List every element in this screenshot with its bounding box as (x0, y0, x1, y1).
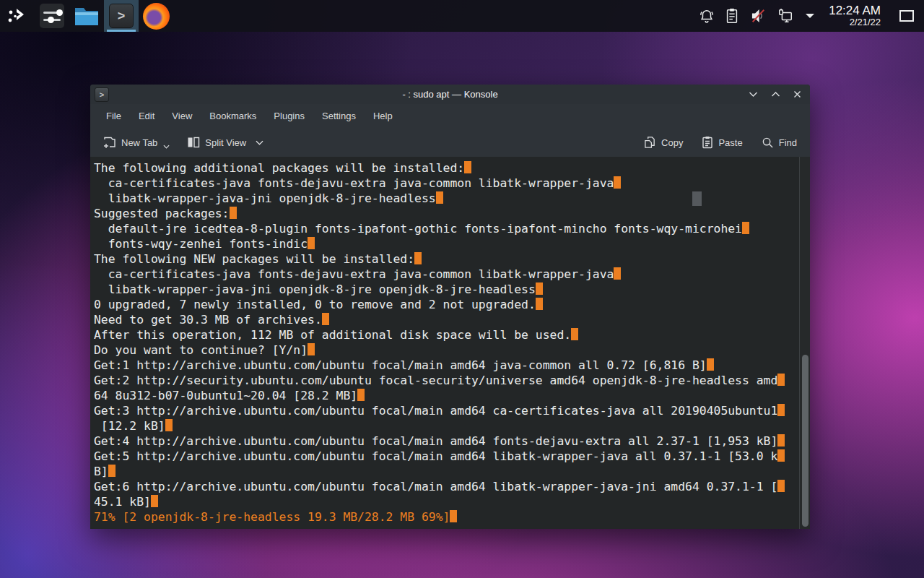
maximize-button[interactable] (771, 91, 780, 98)
terminal-line: Get:4 http://archive.ubuntu.com/ubuntu f… (94, 434, 796, 449)
terminal-line: After this operation, 112 MB of addition… (94, 327, 796, 342)
minimize-button[interactable] (749, 91, 758, 98)
toolbar: New Tab Split View Copy (90, 128, 810, 157)
menu-item[interactable]: Settings (313, 106, 365, 126)
terminal-cursor (450, 510, 457, 522)
taskbar-apps: > (0, 0, 173, 32)
terminal-cursor (614, 176, 621, 189)
terminal-line: 71% [2 openjdk-8-jre-headless 19.3 MB/28… (94, 509, 796, 525)
find-icon (762, 137, 774, 149)
top-panel: > (0, 0, 924, 32)
terminal-line: Need to get 30.3 MB of archives. (94, 312, 796, 327)
menu-item[interactable]: Bookmarks (201, 106, 265, 126)
konsole-icon: > (109, 4, 134, 28)
menu-item[interactable]: Edit (130, 106, 163, 126)
konsole-task-button[interactable]: > (104, 0, 139, 32)
scrollbar-thumb[interactable] (802, 355, 808, 527)
menu-item[interactable]: Plugins (265, 106, 313, 126)
terminal-cursor (536, 282, 543, 295)
terminal-cursor (414, 252, 422, 264)
terminal-scrollbar[interactable] (799, 157, 810, 529)
clock-time: 12:24 AM (829, 4, 881, 18)
tray-expander-chevron-icon[interactable] (804, 12, 816, 20)
terminal-cursor (777, 434, 785, 447)
konsole-window: - : sudo apt — Konsole > FileEditViewBoo… (90, 85, 810, 529)
split-view-icon (187, 136, 200, 149)
split-view-label: Split View (205, 137, 246, 148)
terminal-line: fonts-wqy-zenhei fonts-indic (94, 236, 796, 251)
menu-item[interactable]: Help (365, 106, 401, 126)
app-launcher-button[interactable] (0, 0, 35, 32)
terminal-output: The following additional packages will b… (94, 160, 796, 525)
terminal-cursor (108, 465, 116, 477)
window-title: - : sudo apt — Konsole (90, 89, 810, 100)
terminal-line: 45.1 kB] (94, 494, 796, 509)
terminal-line: 0 upgraded, 7 newly installed, 0 to remo… (94, 297, 796, 312)
terminal-line: Get:3 http://archive.ubuntu.com/ubuntu f… (94, 403, 796, 418)
split-view-dropdown-chevron-icon (256, 140, 263, 145)
terminal-line: ca-certificates-java fonts-dejavu-extra … (94, 176, 796, 191)
firefox-icon (143, 3, 170, 30)
terminal-line: ca-certificates-java fonts-dejavu-extra … (94, 267, 796, 282)
terminal-cursor (742, 222, 749, 234)
terminal-cursor (777, 449, 785, 462)
terminal-cursor (308, 237, 315, 249)
terminal-line: The following NEW packages will be insta… (94, 251, 796, 267)
inactive-cursor-block (692, 191, 702, 206)
terminal-line: [12.2 kB] (94, 418, 796, 434)
terminal-line: default-jre icedtea-8-plugin fonts-ipafo… (94, 221, 796, 236)
settings-icon (40, 4, 64, 28)
system-tray: 12:24 AM 2/21/22 (699, 0, 924, 32)
volume-muted-icon[interactable] (749, 8, 767, 24)
menu-item[interactable]: File (97, 106, 130, 126)
paste-button[interactable]: Paste (696, 131, 748, 153)
firefox-button[interactable] (139, 0, 173, 32)
window-controls (749, 90, 810, 98)
terminal-cursor (357, 389, 365, 401)
paste-icon (702, 136, 713, 149)
terminal-view[interactable]: The following additional packages will b… (90, 157, 810, 529)
new-tab-icon (103, 136, 116, 149)
terminal-cursor (571, 328, 578, 340)
titlebar[interactable]: - : sudo apt — Konsole > (90, 85, 810, 104)
terminal-cursor (536, 298, 543, 310)
terminal-cursor (777, 404, 785, 416)
terminal-cursor (777, 374, 785, 386)
new-tab-dropdown-chevron-icon (163, 144, 170, 149)
terminal-cursor (322, 313, 329, 325)
terminal-cursor (151, 495, 158, 507)
terminal-line: Get:1 http://archive.ubuntu.com/ubuntu f… (94, 358, 796, 373)
menubar: FileEditViewBookmarksPluginsSettingsHelp (90, 104, 810, 128)
clipboard-tray-icon[interactable] (725, 8, 739, 24)
find-button[interactable]: Find (756, 132, 803, 153)
terminal-line: libatk-wrapper-java-jni openjdk-8-jre-he… (94, 191, 796, 206)
show-desktop-button[interactable] (899, 10, 914, 22)
terminal-line: 64 8u312-b07-0ubuntu1~20.04 [28.2 MB] (94, 388, 796, 403)
folder-icon (74, 5, 100, 27)
split-view-button[interactable]: Split View (181, 131, 269, 153)
close-button[interactable] (793, 90, 801, 98)
clock-date: 2/21/22 (829, 17, 881, 27)
terminal-line: libatk-wrapper-java-jni openjdk-8-jre op… (94, 282, 796, 297)
terminal-cursor (165, 419, 173, 431)
copy-icon (644, 136, 656, 149)
new-tab-label: New Tab (121, 137, 157, 148)
display-network-icon[interactable] (777, 8, 794, 24)
terminal-line: The following additional packages will b… (94, 160, 796, 176)
new-tab-button[interactable]: New Tab (97, 131, 175, 153)
terminal-cursor (230, 207, 237, 219)
terminal-cursor (464, 161, 471, 173)
terminal-line: Get:2 http://security.ubuntu.com/ubuntu … (94, 373, 796, 388)
copy-button[interactable]: Copy (638, 131, 689, 153)
terminal-line: Get:6 http://archive.ubuntu.com/ubuntu f… (94, 479, 796, 494)
terminal-cursor (436, 191, 443, 204)
terminal-cursor (777, 480, 785, 492)
copy-label: Copy (661, 137, 683, 148)
clock-widget[interactable]: 12:24 AM 2/21/22 (829, 4, 881, 28)
find-label: Find (779, 137, 797, 148)
menu-item[interactable]: View (163, 106, 201, 126)
file-manager-button[interactable] (69, 0, 104, 32)
notifications-bell-icon[interactable] (699, 8, 715, 24)
terminal-cursor (614, 267, 621, 280)
system-settings-button[interactable] (35, 0, 69, 32)
